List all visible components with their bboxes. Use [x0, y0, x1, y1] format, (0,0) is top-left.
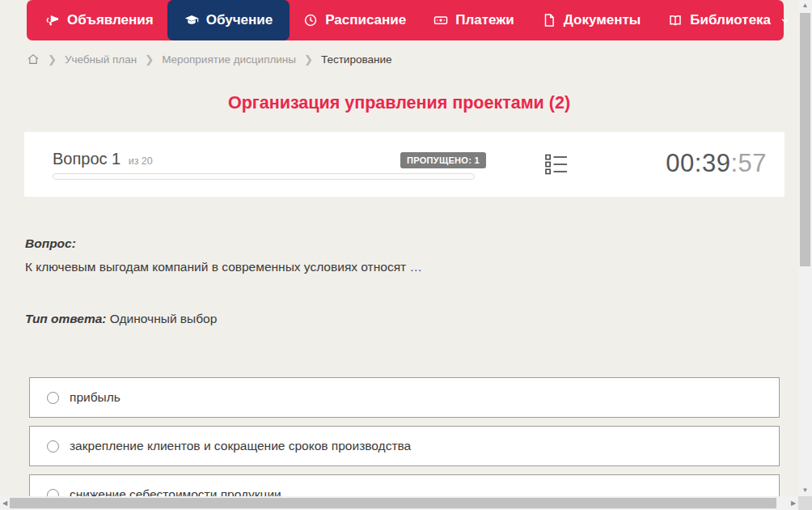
question-heading: Вопрос:	[25, 236, 777, 251]
horizontal-scrollbar-thumb[interactable]	[10, 498, 776, 508]
answer-option-2[interactable]: закрепление клиентов и сокращение сроков…	[29, 426, 780, 466]
question-text: К ключевым выгодам компаний в современны…	[25, 259, 777, 276]
graduation-cap-icon	[184, 13, 199, 28]
answer-option-label: прибыль	[70, 390, 121, 405]
breadcrumb-separator: ❯	[48, 53, 57, 66]
scroll-down-icon[interactable]: ▼	[802, 485, 809, 496]
skipped-badge: ПРОПУЩЕНО: 1	[400, 152, 486, 168]
page-title: Организация управления проектами (2)	[0, 93, 798, 113]
chevron-down-icon	[780, 15, 790, 26]
breadcrumb-item-testing: Тестирование	[321, 53, 392, 66]
question-header-card: Вопрос 1 из 20 ПРОПУЩЕНО: 1 00:39:57	[24, 132, 785, 197]
payments-icon	[433, 13, 448, 28]
radio-icon[interactable]	[47, 440, 59, 453]
answer-option-1[interactable]: прибыль	[29, 377, 780, 418]
scroll-left-icon[interactable]: ◀	[0, 499, 10, 507]
nav-item-label: Расписание	[325, 12, 406, 28]
nav-item-library[interactable]: Библиотека	[654, 0, 804, 40]
document-icon	[542, 13, 556, 28]
megaphone-icon	[45, 13, 60, 28]
book-icon	[668, 13, 683, 28]
nav-item-label: Документы	[564, 12, 641, 28]
question-count-label: из 20	[129, 155, 153, 167]
scrollbar-corner	[798, 496, 812, 510]
vertical-scrollbar-thumb[interactable]	[800, 13, 810, 266]
nav-item-payments[interactable]: Платежи	[420, 0, 528, 40]
main-navbar: Объявления Обучение Расписание Платежи Д…	[27, 0, 784, 40]
answer-option-label: закрепление клиентов и сокращение сроков…	[70, 439, 411, 453]
nav-item-documents[interactable]: Документы	[528, 0, 655, 40]
breadcrumb: ❯ Учебный план ❯ Мероприятие дисциплины …	[27, 50, 391, 68]
nav-item-label: Библиотека	[690, 12, 771, 28]
breadcrumb-separator: ❯	[304, 53, 313, 66]
nav-item-label: Обучение	[206, 12, 273, 28]
question-number-label: Вопрос 1	[53, 150, 121, 168]
progress-bar	[53, 173, 475, 180]
radio-icon[interactable]	[47, 392, 59, 404]
nav-item-label: Объявления	[67, 12, 154, 28]
nav-item-label: Платежи	[455, 12, 514, 28]
vertical-scrollbar[interactable]: ▲ ▼	[798, 0, 812, 496]
timer-minutes: 00:39	[666, 149, 730, 177]
question-block: Вопрос: К ключевым выгодам компаний в со…	[25, 236, 777, 326]
answer-type-value: Одиночный выбор	[110, 312, 218, 325]
home-icon[interactable]	[27, 53, 40, 66]
scroll-right-icon[interactable]: ▶	[789, 499, 798, 507]
nav-item-schedule[interactable]: Расписание	[290, 0, 420, 40]
answer-options: прибыль закрепление клиентов и сокращени…	[29, 377, 780, 510]
timer-seconds: :57	[730, 149, 767, 177]
breadcrumb-item-discipline-event[interactable]: Мероприятие дисциплины	[162, 53, 296, 66]
timer: 00:39:57	[666, 149, 767, 178]
scroll-up-icon[interactable]: ▲	[802, 0, 809, 11]
question-number: Вопрос 1 из 20	[53, 150, 153, 168]
question-list-icon[interactable]	[545, 154, 568, 175]
answer-type: Тип ответа: Одиночный выбор	[25, 312, 777, 326]
horizontal-scrollbar[interactable]: ◀ ▶	[0, 496, 798, 510]
breadcrumb-separator: ❯	[145, 53, 154, 66]
nav-item-learning[interactable]: Обучение	[167, 0, 290, 40]
breadcrumb-item-curriculum[interactable]: Учебный план	[65, 53, 137, 66]
clock-icon	[303, 13, 318, 28]
answer-type-label: Тип ответа:	[25, 312, 107, 325]
nav-item-announcements[interactable]: Объявления	[32, 0, 167, 40]
